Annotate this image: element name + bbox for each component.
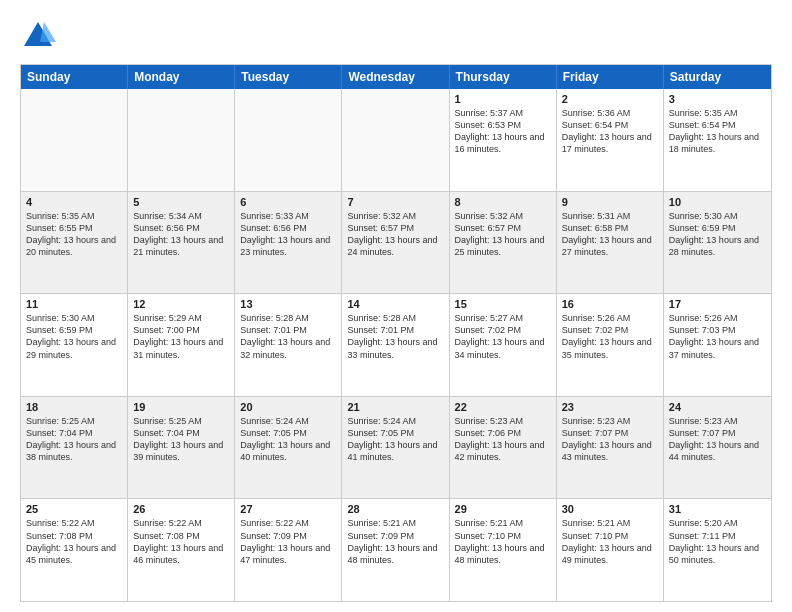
day-cell-8: 8Sunrise: 5:32 AMSunset: 6:57 PMDaylight… — [450, 192, 557, 294]
day-number: 5 — [133, 196, 229, 208]
day-number: 9 — [562, 196, 658, 208]
day-number: 12 — [133, 298, 229, 310]
day-cell-1: 1Sunrise: 5:37 AMSunset: 6:53 PMDaylight… — [450, 89, 557, 191]
day-cell-14: 14Sunrise: 5:28 AMSunset: 7:01 PMDayligh… — [342, 294, 449, 396]
day-cell-30: 30Sunrise: 5:21 AMSunset: 7:10 PMDayligh… — [557, 499, 664, 601]
calendar-body: 1Sunrise: 5:37 AMSunset: 6:53 PMDaylight… — [21, 89, 771, 601]
day-number: 19 — [133, 401, 229, 413]
day-number: 28 — [347, 503, 443, 515]
cell-info: Sunrise: 5:21 AMSunset: 7:10 PMDaylight:… — [562, 517, 658, 566]
day-header-sunday: Sunday — [21, 65, 128, 89]
day-cell-20: 20Sunrise: 5:24 AMSunset: 7:05 PMDayligh… — [235, 397, 342, 499]
cell-info: Sunrise: 5:23 AMSunset: 7:07 PMDaylight:… — [669, 415, 766, 464]
day-number: 10 — [669, 196, 766, 208]
calendar-row-2: 4Sunrise: 5:35 AMSunset: 6:55 PMDaylight… — [21, 191, 771, 294]
day-cell-29: 29Sunrise: 5:21 AMSunset: 7:10 PMDayligh… — [450, 499, 557, 601]
cell-info: Sunrise: 5:25 AMSunset: 7:04 PMDaylight:… — [133, 415, 229, 464]
day-number: 16 — [562, 298, 658, 310]
page: SundayMondayTuesdayWednesdayThursdayFrid… — [0, 0, 792, 612]
day-cell-12: 12Sunrise: 5:29 AMSunset: 7:00 PMDayligh… — [128, 294, 235, 396]
day-cell-26: 26Sunrise: 5:22 AMSunset: 7:08 PMDayligh… — [128, 499, 235, 601]
cell-info: Sunrise: 5:34 AMSunset: 6:56 PMDaylight:… — [133, 210, 229, 259]
day-cell-17: 17Sunrise: 5:26 AMSunset: 7:03 PMDayligh… — [664, 294, 771, 396]
day-number: 6 — [240, 196, 336, 208]
calendar-header: SundayMondayTuesdayWednesdayThursdayFrid… — [21, 65, 771, 89]
calendar-row-4: 18Sunrise: 5:25 AMSunset: 7:04 PMDayligh… — [21, 396, 771, 499]
calendar: SundayMondayTuesdayWednesdayThursdayFrid… — [20, 64, 772, 602]
cell-info: Sunrise: 5:28 AMSunset: 7:01 PMDaylight:… — [240, 312, 336, 361]
day-cell-22: 22Sunrise: 5:23 AMSunset: 7:06 PMDayligh… — [450, 397, 557, 499]
cell-info: Sunrise: 5:23 AMSunset: 7:06 PMDaylight:… — [455, 415, 551, 464]
day-header-tuesday: Tuesday — [235, 65, 342, 89]
empty-cell-0-3 — [342, 89, 449, 191]
day-number: 4 — [26, 196, 122, 208]
logo — [20, 18, 60, 54]
cell-info: Sunrise: 5:20 AMSunset: 7:11 PMDaylight:… — [669, 517, 766, 566]
cell-info: Sunrise: 5:26 AMSunset: 7:02 PMDaylight:… — [562, 312, 658, 361]
header — [20, 18, 772, 54]
day-number: 7 — [347, 196, 443, 208]
cell-info: Sunrise: 5:21 AMSunset: 7:10 PMDaylight:… — [455, 517, 551, 566]
cell-info: Sunrise: 5:37 AMSunset: 6:53 PMDaylight:… — [455, 107, 551, 156]
cell-info: Sunrise: 5:35 AMSunset: 6:55 PMDaylight:… — [26, 210, 122, 259]
cell-info: Sunrise: 5:25 AMSunset: 7:04 PMDaylight:… — [26, 415, 122, 464]
cell-info: Sunrise: 5:23 AMSunset: 7:07 PMDaylight:… — [562, 415, 658, 464]
day-cell-2: 2Sunrise: 5:36 AMSunset: 6:54 PMDaylight… — [557, 89, 664, 191]
cell-info: Sunrise: 5:32 AMSunset: 6:57 PMDaylight:… — [347, 210, 443, 259]
day-header-monday: Monday — [128, 65, 235, 89]
empty-cell-0-0 — [21, 89, 128, 191]
cell-info: Sunrise: 5:28 AMSunset: 7:01 PMDaylight:… — [347, 312, 443, 361]
cell-info: Sunrise: 5:21 AMSunset: 7:09 PMDaylight:… — [347, 517, 443, 566]
day-number: 24 — [669, 401, 766, 413]
day-number: 15 — [455, 298, 551, 310]
day-number: 23 — [562, 401, 658, 413]
day-cell-15: 15Sunrise: 5:27 AMSunset: 7:02 PMDayligh… — [450, 294, 557, 396]
day-cell-11: 11Sunrise: 5:30 AMSunset: 6:59 PMDayligh… — [21, 294, 128, 396]
day-cell-23: 23Sunrise: 5:23 AMSunset: 7:07 PMDayligh… — [557, 397, 664, 499]
day-cell-16: 16Sunrise: 5:26 AMSunset: 7:02 PMDayligh… — [557, 294, 664, 396]
day-cell-18: 18Sunrise: 5:25 AMSunset: 7:04 PMDayligh… — [21, 397, 128, 499]
day-number: 1 — [455, 93, 551, 105]
day-number: 26 — [133, 503, 229, 515]
calendar-row-1: 1Sunrise: 5:37 AMSunset: 6:53 PMDaylight… — [21, 89, 771, 191]
logo-icon — [20, 18, 56, 54]
day-number: 11 — [26, 298, 122, 310]
day-header-friday: Friday — [557, 65, 664, 89]
day-number: 30 — [562, 503, 658, 515]
day-header-thursday: Thursday — [450, 65, 557, 89]
day-cell-13: 13Sunrise: 5:28 AMSunset: 7:01 PMDayligh… — [235, 294, 342, 396]
day-number: 13 — [240, 298, 336, 310]
day-number: 31 — [669, 503, 766, 515]
day-number: 29 — [455, 503, 551, 515]
cell-info: Sunrise: 5:33 AMSunset: 6:56 PMDaylight:… — [240, 210, 336, 259]
day-number: 14 — [347, 298, 443, 310]
day-number: 3 — [669, 93, 766, 105]
day-number: 22 — [455, 401, 551, 413]
cell-info: Sunrise: 5:22 AMSunset: 7:08 PMDaylight:… — [133, 517, 229, 566]
svg-marker-1 — [40, 22, 56, 42]
cell-info: Sunrise: 5:30 AMSunset: 6:59 PMDaylight:… — [669, 210, 766, 259]
day-cell-3: 3Sunrise: 5:35 AMSunset: 6:54 PMDaylight… — [664, 89, 771, 191]
day-number: 25 — [26, 503, 122, 515]
cell-info: Sunrise: 5:26 AMSunset: 7:03 PMDaylight:… — [669, 312, 766, 361]
cell-info: Sunrise: 5:31 AMSunset: 6:58 PMDaylight:… — [562, 210, 658, 259]
day-number: 18 — [26, 401, 122, 413]
cell-info: Sunrise: 5:22 AMSunset: 7:08 PMDaylight:… — [26, 517, 122, 566]
cell-info: Sunrise: 5:22 AMSunset: 7:09 PMDaylight:… — [240, 517, 336, 566]
day-number: 8 — [455, 196, 551, 208]
day-cell-9: 9Sunrise: 5:31 AMSunset: 6:58 PMDaylight… — [557, 192, 664, 294]
day-number: 21 — [347, 401, 443, 413]
day-cell-5: 5Sunrise: 5:34 AMSunset: 6:56 PMDaylight… — [128, 192, 235, 294]
day-number: 20 — [240, 401, 336, 413]
cell-info: Sunrise: 5:24 AMSunset: 7:05 PMDaylight:… — [240, 415, 336, 464]
calendar-row-5: 25Sunrise: 5:22 AMSunset: 7:08 PMDayligh… — [21, 498, 771, 601]
cell-info: Sunrise: 5:35 AMSunset: 6:54 PMDaylight:… — [669, 107, 766, 156]
day-cell-24: 24Sunrise: 5:23 AMSunset: 7:07 PMDayligh… — [664, 397, 771, 499]
day-header-saturday: Saturday — [664, 65, 771, 89]
empty-cell-0-1 — [128, 89, 235, 191]
day-cell-25: 25Sunrise: 5:22 AMSunset: 7:08 PMDayligh… — [21, 499, 128, 601]
cell-info: Sunrise: 5:30 AMSunset: 6:59 PMDaylight:… — [26, 312, 122, 361]
empty-cell-0-2 — [235, 89, 342, 191]
cell-info: Sunrise: 5:36 AMSunset: 6:54 PMDaylight:… — [562, 107, 658, 156]
day-number: 27 — [240, 503, 336, 515]
